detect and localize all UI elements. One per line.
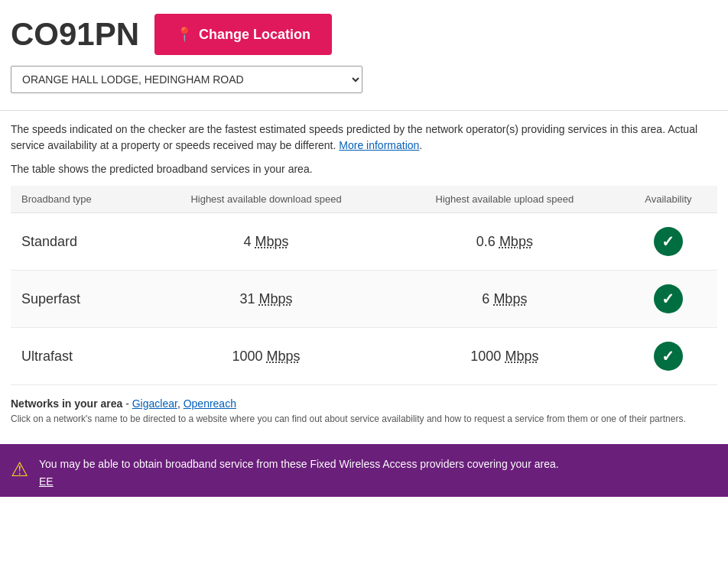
networks-description: Click on a network's name to be directed…	[11, 413, 717, 426]
cell-type: Ultrafast	[11, 328, 142, 385]
fwa-message: You may be able to obtain broadband serv…	[39, 458, 559, 470]
info-section: The speeds indicated on the checker are …	[0, 111, 728, 175]
table-row: Standard4 Mbps0.6 Mbps✓	[11, 213, 717, 271]
top-bar: CO91PN 📍 Change Location ORANGE HALL LOD…	[0, 0, 728, 111]
change-location-label: Change Location	[199, 27, 310, 43]
download-value: 31	[240, 291, 255, 306]
networks-section: Networks in your area - Gigaclear, Openr…	[0, 385, 728, 433]
cell-upload: 0.6 Mbps	[390, 213, 619, 271]
address-select-row: ORANGE HALL LODGE, HEDINGHAM ROAD	[0, 63, 728, 104]
speed-disclaimer: The speeds indicated on the checker are …	[11, 122, 717, 154]
cell-availability: ✓	[619, 328, 717, 385]
network-link-gigaclear[interactable]: Gigaclear	[132, 397, 177, 410]
download-unit: Mbps	[259, 291, 293, 306]
cell-availability: ✓	[619, 213, 717, 271]
table-section: Broadband type Highest available downloa…	[0, 186, 728, 385]
more-info-link[interactable]: More information	[339, 139, 419, 151]
download-unit: Mbps	[255, 234, 289, 249]
postcode-title: CO91PN	[11, 16, 139, 53]
col-header-availability: Availability	[619, 186, 717, 213]
cell-download: 31 Mbps	[142, 271, 390, 328]
upload-unit: Mbps	[499, 234, 533, 249]
networks-label: Networks in your area	[11, 397, 122, 410]
cell-download: 1000 Mbps	[142, 328, 390, 385]
table-row: Ultrafast1000 Mbps1000 Mbps✓	[11, 328, 717, 385]
upload-value: 0.6	[476, 234, 496, 249]
col-header-download: Highest available download speed	[142, 186, 390, 213]
fwa-ee-link[interactable]: EE	[39, 475, 559, 488]
col-header-type: Broadband type	[11, 186, 142, 213]
download-unit: Mbps	[267, 349, 301, 364]
change-location-button[interactable]: 📍 Change Location	[154, 14, 332, 55]
download-value: 1000	[232, 349, 262, 364]
upload-value: 1000	[470, 349, 501, 364]
cell-availability: ✓	[619, 271, 717, 328]
warning-icon: ⚠	[11, 458, 28, 482]
table-header-row: Broadband type Highest available downloa…	[11, 186, 717, 213]
download-value: 4	[244, 234, 252, 249]
col-header-upload: Highest available upload speed	[390, 186, 619, 213]
cell-upload: 1000 Mbps	[390, 328, 619, 385]
upload-value: 6	[482, 291, 489, 306]
cell-upload: 6 Mbps	[390, 271, 619, 328]
cell-type: Superfast	[11, 271, 142, 328]
header-row: CO91PN 📍 Change Location	[0, 0, 728, 63]
networks-title: Networks in your area - Gigaclear, Openr…	[11, 397, 717, 410]
cell-download: 4 Mbps	[142, 213, 390, 271]
network-link-openreach[interactable]: Openreach	[184, 397, 236, 410]
table-row: Superfast31 Mbps6 Mbps✓	[11, 271, 717, 328]
fwa-banner: ⚠ You may be able to obtain broadband se…	[0, 444, 728, 497]
networks-separator: -	[125, 397, 132, 410]
available-check-icon: ✓	[654, 342, 683, 371]
upload-unit: Mbps	[505, 349, 538, 364]
cell-type: Standard	[11, 213, 142, 271]
pin-icon: 📍	[176, 26, 193, 43]
available-check-icon: ✓	[654, 227, 683, 256]
table-intro: The table shows the predicted broadband …	[11, 163, 717, 175]
address-select[interactable]: ORANGE HALL LODGE, HEDINGHAM ROAD	[11, 66, 362, 93]
broadband-table: Broadband type Highest available downloa…	[11, 186, 717, 385]
available-check-icon: ✓	[654, 284, 683, 313]
upload-unit: Mbps	[493, 291, 527, 306]
fwa-content: You may be able to obtain broadband serv…	[39, 456, 559, 488]
